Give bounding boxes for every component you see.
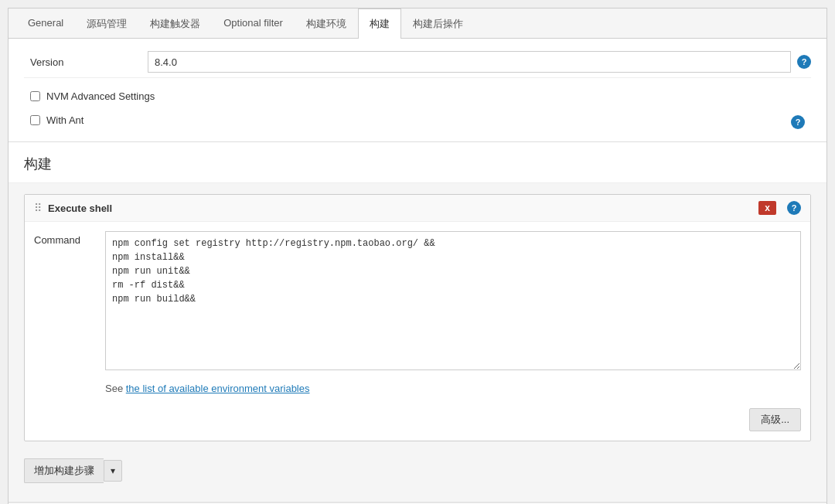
tab-build-env[interactable]: 构建环境 — [295, 9, 358, 39]
close-shell-button[interactable]: x — [758, 201, 776, 215]
version-input[interactable] — [148, 51, 791, 73]
execute-shell-title: Execute shell — [48, 203, 112, 214]
version-label: Version — [24, 56, 148, 68]
add-step-dropdown-button[interactable]: ▾ — [104, 460, 122, 482]
env-vars-prefix: See — [105, 383, 126, 394]
add-step-button[interactable]: 增加构建步骤 — [24, 458, 104, 483]
nvm-advanced-label[interactable]: NVM Advanced Settings — [46, 90, 155, 102]
with-ant-checkbox[interactable] — [30, 115, 40, 125]
shell-card-actions: x ? — [758, 201, 801, 215]
with-ant-help-icon[interactable]: ? — [791, 115, 805, 129]
with-ant-label[interactable]: With Ant — [46, 114, 84, 126]
content-area: Version ? NVM Advanced Settings With Ant… — [9, 39, 826, 141]
main-container: General 源码管理 构建触发器 Optional filter 构建环境 … — [8, 8, 827, 504]
tab-optional-filter[interactable]: Optional filter — [212, 9, 295, 39]
execute-shell-card: ⠿ Execute shell x ? Command npm config s… — [24, 194, 811, 441]
nvm-settings-row: NVM Advanced Settings — [24, 86, 811, 107]
version-help-icon[interactable]: ? — [797, 55, 811, 69]
shell-help-icon[interactable]: ? — [787, 201, 801, 215]
shell-card-header: ⠿ Execute shell x ? — [25, 195, 810, 222]
version-row: Version ? — [24, 46, 811, 78]
shell-body: Command npm config set registry http://r… — [25, 222, 810, 380]
tab-post-build[interactable]: 构建后操作 — [401, 9, 475, 39]
tab-build[interactable]: 构建 — [358, 9, 401, 39]
advanced-button[interactable]: 高级... — [749, 408, 801, 431]
with-ant-row: With Ant — [24, 110, 90, 131]
with-ant-wrapper: With Ant ? — [24, 110, 811, 134]
advanced-btn-row: 高级... — [25, 404, 810, 441]
tab-source-mgmt[interactable]: 源码管理 — [75, 9, 138, 39]
tab-general[interactable]: General — [16, 9, 75, 39]
command-textarea[interactable]: npm config set registry http://registry.… — [105, 231, 801, 370]
tabs-bar: General 源码管理 构建触发器 Optional filter 构建环境 … — [9, 9, 826, 39]
tab-build-trigger[interactable]: 构建触发器 — [138, 9, 212, 39]
build-section-title: 构建 — [9, 142, 826, 183]
drag-handle-icon[interactable]: ⠿ — [34, 202, 42, 214]
shell-title-group: ⠿ Execute shell — [34, 202, 112, 214]
env-vars-link[interactable]: the list of available environment variab… — [126, 383, 310, 394]
command-label: Command — [34, 231, 96, 370]
add-step-row: 增加构建步骤 ▾ — [24, 451, 811, 491]
env-vars-row: See the list of available environment va… — [25, 380, 810, 404]
nvm-advanced-checkbox[interactable] — [30, 91, 40, 101]
build-section: ⠿ Execute shell x ? Command npm config s… — [9, 183, 826, 502]
